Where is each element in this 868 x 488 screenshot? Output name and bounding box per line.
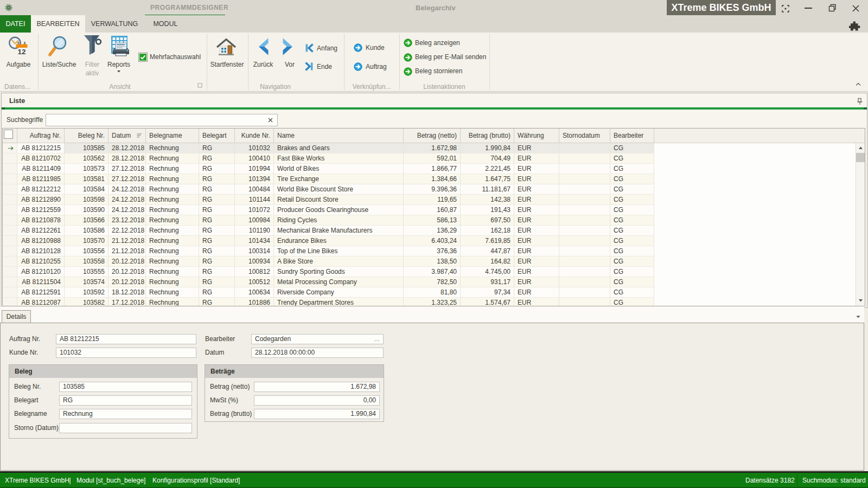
svg-text:12: 12: [17, 48, 25, 56]
